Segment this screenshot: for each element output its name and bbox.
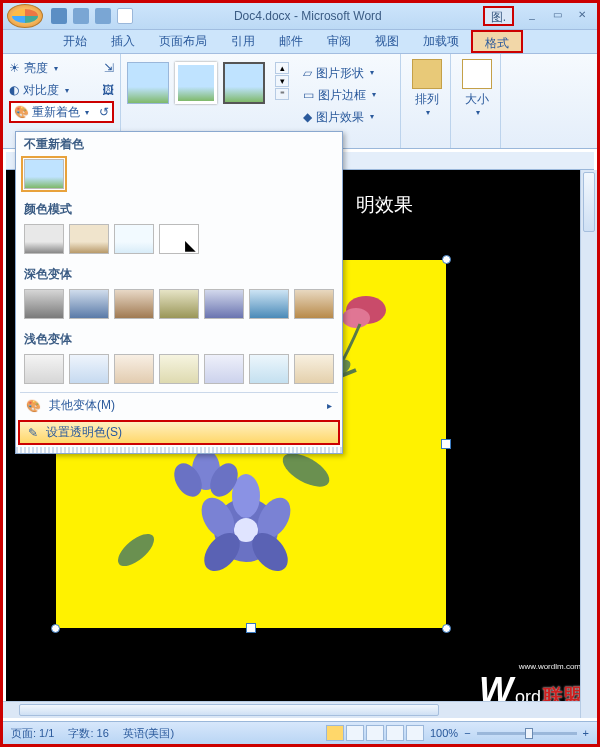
new-doc-icon[interactable]	[117, 8, 133, 24]
section-dark-variants: 深色变体	[16, 262, 342, 285]
light-variant-3[interactable]	[114, 354, 154, 384]
quick-access-toolbar	[51, 8, 133, 24]
set-transparent-color-item[interactable]: ✎ 设置透明色(S)	[18, 420, 340, 445]
tab-page-layout[interactable]: 页面布局	[147, 30, 219, 53]
view-print-layout[interactable]	[326, 725, 344, 741]
picture-effects-button[interactable]: ◆图片效果▾	[303, 106, 376, 128]
border-icon: ▭	[303, 84, 314, 106]
tab-format[interactable]: 格式	[471, 30, 523, 53]
picture-border-button[interactable]: ▭图片边框▾	[303, 84, 376, 106]
picture-tools-contextual-tab[interactable]: 图.	[483, 6, 514, 26]
ribbon-tabs: 开始 插入 页面布局 引用 邮件 审阅 视图 加载项 格式	[3, 30, 597, 54]
dark-variant-3[interactable]	[114, 289, 154, 319]
section-color-modes: 颜色模式	[16, 197, 342, 220]
zoom-level[interactable]: 100%	[430, 727, 458, 739]
close-button[interactable]: ✕	[571, 9, 593, 23]
status-language[interactable]: 英语(美国)	[123, 726, 174, 741]
vertical-scroll-thumb[interactable]	[583, 172, 595, 232]
office-button[interactable]	[7, 4, 43, 28]
picture-shape-button[interactable]: ▱图片形状▾	[303, 62, 376, 84]
picture-style-1[interactable]	[127, 62, 169, 104]
compress-icon[interactable]: ⇲	[104, 61, 114, 75]
contrast-button[interactable]: ◐ 对比度▾ 🖼	[9, 79, 114, 101]
brightness-button[interactable]: ☀ 亮度▾ ⇲	[9, 57, 114, 79]
light-variant-5[interactable]	[204, 354, 244, 384]
light-variant-6[interactable]	[249, 354, 289, 384]
recolor-mode-bw[interactable]: ◣	[159, 224, 199, 254]
dark-variant-1[interactable]	[24, 289, 64, 319]
contrast-icon: ◐	[9, 83, 19, 97]
view-web-layout[interactable]	[366, 725, 384, 741]
tab-insert[interactable]: 插入	[99, 30, 147, 53]
save-icon[interactable]	[51, 8, 67, 24]
light-variant-7[interactable]	[294, 354, 334, 384]
recolor-option-original[interactable]	[24, 159, 64, 189]
svg-point-1	[342, 308, 370, 328]
light-variant-4[interactable]	[159, 354, 199, 384]
light-variant-2[interactable]	[69, 354, 109, 384]
palette-icon: 🎨	[26, 399, 41, 413]
recolor-mode-sepia[interactable]	[69, 224, 109, 254]
tab-view[interactable]: 视图	[363, 30, 411, 53]
section-no-recolor: 不重新着色	[16, 132, 342, 155]
group-arrange: 排列▾	[401, 54, 451, 148]
light-variant-1[interactable]	[24, 354, 64, 384]
status-page[interactable]: 页面: 1/1	[11, 726, 54, 741]
vertical-scrollbar[interactable]	[580, 170, 597, 718]
tab-references[interactable]: 引用	[219, 30, 267, 53]
tab-addins[interactable]: 加载项	[411, 30, 471, 53]
recolor-mode-grayscale[interactable]	[24, 224, 64, 254]
section-light-variants: 浅色变体	[16, 327, 342, 350]
more-variants-item[interactable]: 🎨 其他变体(M) ▸	[16, 393, 342, 418]
group-size: 大小▾	[451, 54, 501, 148]
recolor-mode-washout[interactable]	[114, 224, 154, 254]
window-controls: 图. _ ▭ ✕	[483, 6, 593, 26]
arrange-button[interactable]: 排列▾	[407, 59, 447, 117]
recolor-button[interactable]: 🎨 重新着色▾ ↺	[9, 101, 114, 123]
view-buttons	[326, 725, 424, 741]
dark-variant-6[interactable]	[249, 289, 289, 319]
svg-point-15	[113, 528, 160, 572]
status-bar: 页面: 1/1 字数: 16 英语(美国) 100% − +	[3, 721, 597, 744]
zoom-slider-track[interactable]	[477, 732, 577, 735]
zoom-out-button[interactable]: −	[464, 727, 470, 739]
brightness-icon: ☀	[9, 61, 20, 75]
crop-icon	[462, 59, 492, 89]
title-bar: Doc4.docx - Microsoft Word 图. _ ▭ ✕	[3, 3, 597, 30]
tab-mailings[interactable]: 邮件	[267, 30, 315, 53]
horizontal-scrollbar[interactable]	[3, 701, 580, 718]
reset-picture-icon[interactable]: ↺	[99, 105, 109, 119]
dark-variant-4[interactable]	[159, 289, 199, 319]
recolor-icon: 🎨	[14, 105, 29, 119]
document-text: 明效果	[356, 192, 413, 218]
undo-icon[interactable]	[73, 8, 89, 24]
style-gallery-down[interactable]: ▾	[275, 75, 289, 87]
maximize-button[interactable]: ▭	[546, 9, 568, 23]
status-words[interactable]: 字数: 16	[68, 726, 108, 741]
recolor-dropdown: 不重新着色 颜色模式 ◣ 深色变体 浅色变体 🎨 其他变体(M) ▸ ✎ 设置透…	[15, 131, 343, 454]
picture-style-3[interactable]	[223, 62, 265, 104]
style-gallery-up[interactable]: ▴	[275, 62, 289, 74]
zoom-slider-thumb[interactable]	[525, 728, 533, 739]
zoom-in-button[interactable]: +	[583, 727, 589, 739]
dark-variant-2[interactable]	[69, 289, 109, 319]
eyedropper-icon: ✎	[28, 426, 38, 440]
dark-variant-5[interactable]	[204, 289, 244, 319]
shape-icon: ▱	[303, 62, 312, 84]
arrange-icon	[412, 59, 442, 89]
window-title: Doc4.docx - Microsoft Word	[133, 9, 483, 23]
dropdown-grip[interactable]	[16, 447, 342, 453]
tab-review[interactable]: 审阅	[315, 30, 363, 53]
picture-style-2[interactable]	[175, 62, 217, 104]
redo-icon[interactable]	[95, 8, 111, 24]
horizontal-scroll-thumb[interactable]	[19, 704, 439, 716]
style-gallery-more[interactable]: ⁼	[275, 88, 289, 100]
dark-variant-7[interactable]	[294, 289, 334, 319]
tab-home[interactable]: 开始	[51, 30, 99, 53]
view-draft[interactable]	[406, 725, 424, 741]
view-outline[interactable]	[386, 725, 404, 741]
minimize-button[interactable]: _	[521, 9, 543, 23]
size-button[interactable]: 大小▾	[457, 59, 497, 117]
change-picture-icon[interactable]: 🖼	[102, 83, 114, 97]
view-full-screen[interactable]	[346, 725, 364, 741]
